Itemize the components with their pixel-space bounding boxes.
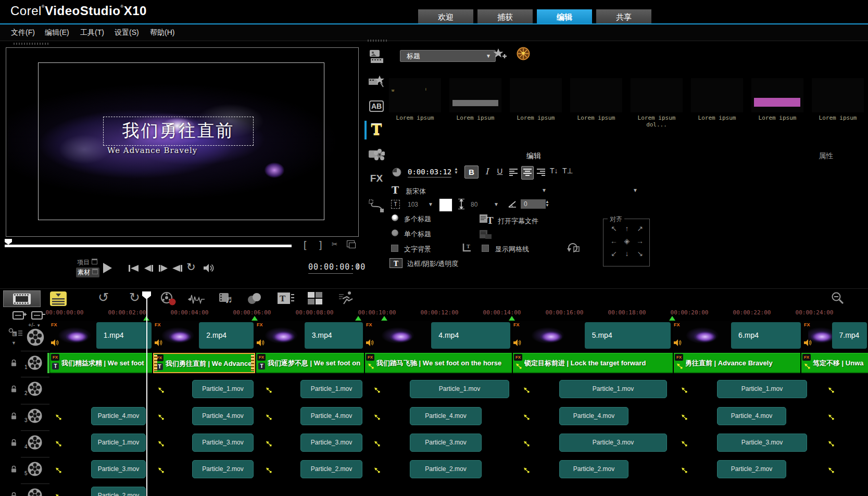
text-backdrop-options-icon[interactable]: T [461,243,473,255]
align-arrow-5[interactable]: ◈ [621,237,633,248]
track-expand-chevron-icon[interactable]: ▼ [11,340,16,346]
trim-handle-right[interactable] [251,355,254,371]
library-thumbnail[interactable] [691,78,743,112]
record-capture-icon[interactable] [159,291,177,308]
panel-drag-handle[interactable] [368,40,388,42]
align-arrow-1[interactable]: ↖ [608,224,620,236]
overlay-clip[interactable]: Particle_3.mov [559,434,667,452]
show-grid-label[interactable]: 显示网格线 [495,245,529,254]
undo-button[interactable]: ↺ [98,290,109,305]
filmstrip-wheel-icon[interactable] [517,47,530,62]
video-clip[interactable]: 6.mp4FX [673,321,802,350]
overlay-clip[interactable]: Particle_4.mov [300,407,362,425]
overlay-track-icon[interactable] [27,381,43,399]
rotate-text-icon[interactable] [567,241,580,255]
bold-button[interactable]: B [464,166,479,179]
font-size-chevron-icon[interactable]: ▼ [428,201,433,207]
video-clip[interactable]: 5.mp4FX [512,321,672,350]
overlay-clip[interactable]: Particle_1.mov [300,380,362,398]
video-clip[interactable]: 4.mp4FX [365,321,511,350]
overlay-track-icon[interactable] [27,488,43,496]
title-clip[interactable]: FXT我们逐梦不息 | We set foot on [256,353,364,373]
go-to-end-button[interactable] [172,264,183,274]
customized-motion-icon[interactable] [523,439,530,446]
customized-motion-icon[interactable] [55,413,61,419]
customized-motion-icon[interactable] [55,466,61,472]
chapter-marker-icon[interactable] [251,316,258,321]
auto-music-icon[interactable]: ♬ [219,290,236,307]
zoom-out-icon[interactable] [831,291,845,307]
library-thumbnail[interactable] [631,78,683,112]
mark-out-icon[interactable]: ] [318,239,323,251]
single-title-radio[interactable] [392,230,398,236]
motion-path-icon[interactable] [368,199,385,215]
sound-mixer-icon[interactable] [187,292,205,308]
track-ride-icon[interactable]: E [8,328,23,339]
title-clip[interactable]: FX我们踏马飞驰 | We set foot on the horse [365,353,512,373]
storyboard-view-button[interactable] [3,290,41,307]
text-backdrop-checkbox[interactable] [391,245,398,252]
tab-attributes[interactable]: 属性 [819,151,833,161]
align-arrow-9[interactable]: ↘ [634,249,646,261]
customized-motion-icon[interactable] [158,413,164,419]
media-library-icon[interactable] [368,49,385,66]
customized-motion-icon[interactable] [681,413,687,419]
align-arrow-4[interactable]: ← [608,237,620,248]
split-screen-icon[interactable] [307,291,323,307]
scrub-start-marker[interactable] [5,239,12,245]
scrub-bar[interactable] [5,245,292,247]
transition-library-icon[interactable] [368,74,385,91]
customized-motion-icon[interactable] [681,386,687,392]
repeat-button[interactable]: ↻ [186,261,196,273]
customized-motion-icon[interactable] [266,466,272,472]
track-lock-icon[interactable] [10,385,17,395]
customized-motion-icon[interactable] [828,466,834,472]
text-color-swatch[interactable] [439,198,452,212]
customized-motion-icon[interactable] [523,466,530,472]
customized-motion-icon[interactable] [828,413,834,419]
overlay-track-icon[interactable] [27,408,43,426]
customized-motion-icon[interactable] [374,439,380,446]
library-thumbnail[interactable]: wi [389,78,441,112]
text-backdrop-label[interactable]: 文字背景 [404,245,431,254]
overlay-clip[interactable]: Particle_1.mov [717,380,807,398]
trim-handle-left[interactable] [154,355,157,371]
duration-spinner[interactable]: ▲▼ [454,167,458,174]
overlay-clip[interactable]: Particle_4.mov [559,407,628,425]
customized-motion-icon[interactable] [158,466,164,472]
overlay-clip[interactable]: Particle_1.mov [192,380,254,398]
open-subtitle-file-button[interactable]: 打开字幕文件 [498,217,538,226]
overlay-clip[interactable]: Particle_3.mov [717,434,807,452]
menu-item-2[interactable]: 编辑(E) [45,28,69,37]
overlay-clip[interactable]: Particle_2.mov [559,460,628,478]
customized-motion-icon[interactable] [681,439,687,446]
border-shadow-icon[interactable]: T [389,258,402,268]
chapter-marker-icon[interactable] [355,316,361,321]
align-center-button[interactable] [521,166,534,180]
align-right-button[interactable] [536,168,546,178]
customized-motion-icon[interactable] [266,439,272,446]
tab-3[interactable]: 编辑 [537,9,592,24]
title-library-icon[interactable]: T [368,122,385,139]
timeline-view-button[interactable] [50,291,67,308]
overlay-clip[interactable]: Particle_1.mov [410,380,509,398]
tab-1[interactable]: 欢迎 [418,9,473,24]
add-to-favorites-icon[interactable] [493,48,507,63]
preview-subtitle-text[interactable]: We Advance Bravely [107,146,197,155]
library-thumbnail[interactable] [449,78,501,112]
track-lock-icon[interactable] [10,359,17,368]
rotation-field[interactable]: 0 [521,199,546,209]
subtitle-editor-icon[interactable]: T [277,291,295,308]
menu-item-5[interactable]: 帮助(H) [150,28,174,37]
overlay-clip[interactable]: Particle_3.mov [91,460,146,478]
track-lock-icon[interactable] [10,439,17,448]
title-clip[interactable]: FX勇往直前 | Advance Bravely [674,353,800,373]
show-grid-checkbox[interactable] [482,245,489,252]
overlay-clip[interactable]: Particle_4.mov [717,407,786,425]
align-arrow-8[interactable]: ↓ [621,249,633,261]
menu-item-4[interactable]: 设置(S) [115,28,139,37]
save-subtitle-file-icon[interactable] [479,229,495,243]
video-clip[interactable]: 1.mp4FX [50,321,153,350]
library-thumbnail[interactable] [570,78,622,112]
align-arrow-3[interactable]: ↗ [634,224,646,236]
